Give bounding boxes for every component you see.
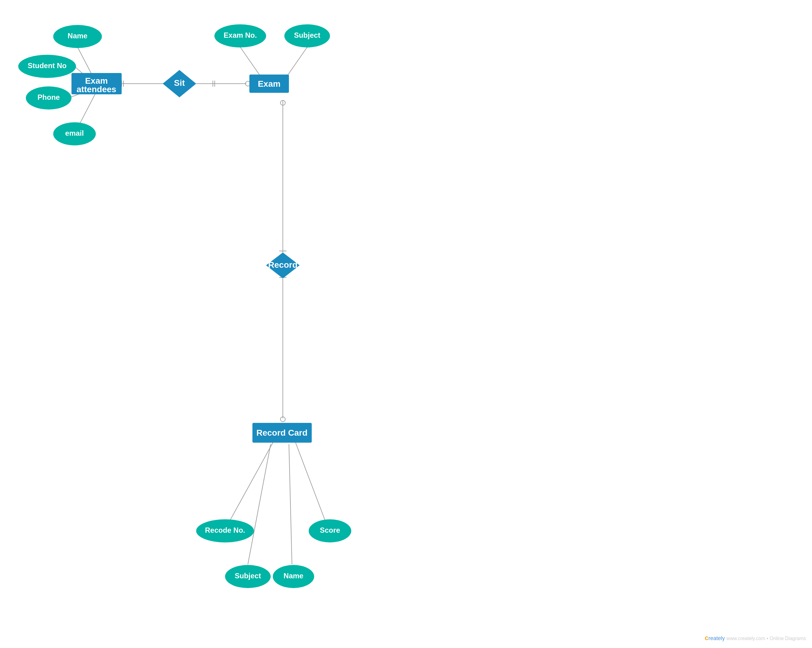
phone-attr-label: Phone	[37, 93, 60, 101]
subject-rc-attr-label: Subject	[235, 572, 261, 580]
recode-no-attr-label: Recode No.	[205, 526, 245, 534]
svg-line-22	[295, 441, 328, 529]
watermark: creately www.creately.com • Online Diagr…	[705, 634, 806, 642]
exam-attendees-label2: attendees	[76, 84, 116, 94]
exam-label: Exam	[258, 79, 281, 89]
svg-line-21	[289, 444, 292, 564]
subject-exam-attr-label: Subject	[294, 31, 321, 39]
exam-attendees-label: Exam	[85, 76, 108, 86]
diagram-container: Sit Record Exam attendees Exam Record Ca…	[0, 0, 812, 648]
record-label: Record	[268, 260, 298, 269]
email-attr-label: email	[65, 129, 84, 137]
svg-line-19	[225, 441, 274, 529]
sit-label: Sit	[174, 78, 185, 88]
exam-no-attr-label: Exam No.	[224, 31, 257, 39]
record-card-label: Record Card	[256, 428, 307, 437]
student-no-attr-label: Student No	[27, 61, 67, 70]
svg-line-20	[248, 444, 271, 564]
score-attr-label: Score	[320, 526, 340, 534]
name-attr-label: Name	[67, 32, 87, 40]
name-rc-attr-label: Name	[284, 572, 303, 580]
